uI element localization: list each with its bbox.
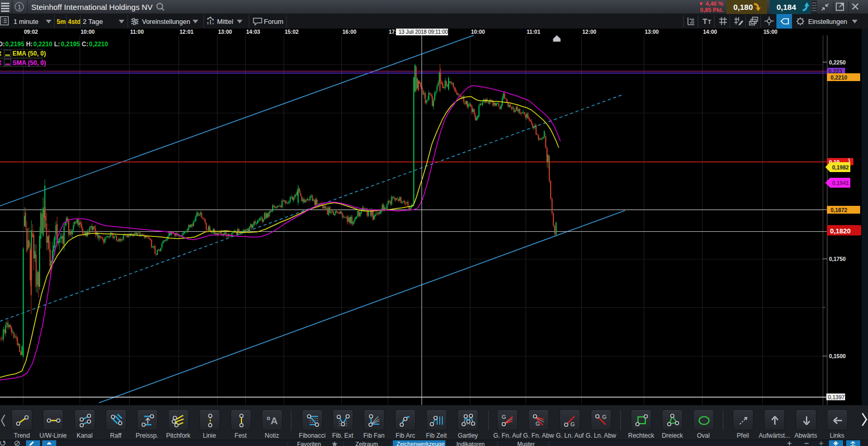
- svg-text:09:02: 09:02: [24, 29, 38, 35]
- svg-text:1 minute: 1 minute: [14, 18, 39, 25]
- svg-text:Indikatoren: Indikatoren: [456, 441, 484, 446]
- svg-text:G: G: [602, 414, 607, 420]
- svg-text:T: T: [703, 17, 707, 25]
- svg-text:H:: H:: [26, 41, 33, 48]
- svg-text:0,1941: 0,1941: [832, 180, 849, 186]
- svg-text:A: A: [271, 415, 278, 426]
- svg-text:Zeichenwerkzeuge: Zeichenwerkzeuge: [397, 441, 444, 446]
- svg-text:EMA (50, 0): EMA (50, 0): [12, 50, 46, 57]
- svg-text:▼ 4,46 %: ▼ 4,46 %: [698, 1, 723, 7]
- svg-text:13:00: 13:00: [645, 29, 659, 35]
- svg-text:0,2195: 0,2195: [61, 41, 80, 48]
- svg-text:0,184: 0,184: [776, 3, 796, 11]
- svg-text:13 Juli 2018 09:11:00: 13 Juli 2018 09:11:00: [399, 29, 448, 35]
- svg-text:11:00: 11:00: [130, 29, 144, 35]
- svg-text:L:: L:: [54, 41, 60, 48]
- svg-text:1: 1: [18, 4, 21, 11]
- svg-text:0,1982: 0,1982: [832, 164, 849, 170]
- svg-text:Mittel: Mittel: [217, 18, 233, 25]
- svg-text:11:01: 11:01: [527, 29, 540, 35]
- svg-text:Forum: Forum: [264, 18, 284, 25]
- svg-text:15:02: 15:02: [285, 29, 299, 35]
- svg-text:C:: C:: [82, 41, 88, 48]
- svg-text:0,1872: 0,1872: [831, 207, 847, 213]
- svg-text:2 Tage: 2 Tage: [83, 18, 103, 25]
- svg-text:0,2195: 0,2195: [5, 41, 24, 48]
- svg-text:G: G: [570, 421, 575, 427]
- svg-text:10:00: 10:00: [81, 29, 95, 35]
- svg-text:15:00: 15:00: [763, 29, 777, 35]
- svg-text:0,2210: 0,2210: [89, 41, 108, 48]
- svg-text:12:00: 12:00: [582, 29, 596, 35]
- svg-text:SMA (50, 0): SMA (50, 0): [12, 59, 46, 67]
- svg-text:0,1500: 0,1500: [829, 353, 846, 359]
- svg-text:0,1820: 0,1820: [830, 227, 851, 235]
- svg-text:0,1750: 0,1750: [829, 256, 846, 262]
- svg-text:13:00: 13:00: [218, 29, 232, 35]
- svg-text:Favoriten: Favoriten: [297, 441, 321, 446]
- svg-text:O:: O:: [0, 41, 5, 48]
- svg-text:0,180: 0,180: [733, 3, 753, 11]
- svg-text:17:: 17:: [389, 29, 397, 35]
- svg-text:0,1397: 0,1397: [828, 394, 845, 400]
- svg-text:5m: 5m: [57, 18, 66, 25]
- svg-text:Einstellungen: Einstellungen: [808, 18, 847, 25]
- svg-text:0,2210: 0,2210: [33, 41, 53, 48]
- svg-text:14:03: 14:03: [246, 29, 260, 35]
- svg-text:T: T: [708, 19, 711, 25]
- svg-text:G: G: [502, 414, 506, 420]
- svg-text:Steinhoff International Holdin: Steinhoff International Holdings NV: [31, 3, 152, 11]
- svg-text:Voreinstellungen: Voreinstellungen: [142, 18, 190, 25]
- svg-text:Muster: Muster: [517, 441, 535, 446]
- svg-text:0,2210: 0,2210: [831, 74, 847, 81]
- svg-text:16:00: 16:00: [342, 29, 356, 35]
- svg-text:10:00: 10:00: [471, 29, 485, 35]
- svg-text:4std: 4std: [68, 18, 81, 25]
- svg-text:14:00: 14:00: [703, 29, 717, 35]
- svg-text:12:01: 12:01: [180, 29, 194, 35]
- svg-text:Zeitraum: Zeitraum: [355, 441, 378, 446]
- svg-text:0,85 Pkt.: 0,85 Pkt.: [700, 7, 723, 13]
- svg-text:0,2250: 0,2250: [829, 59, 846, 65]
